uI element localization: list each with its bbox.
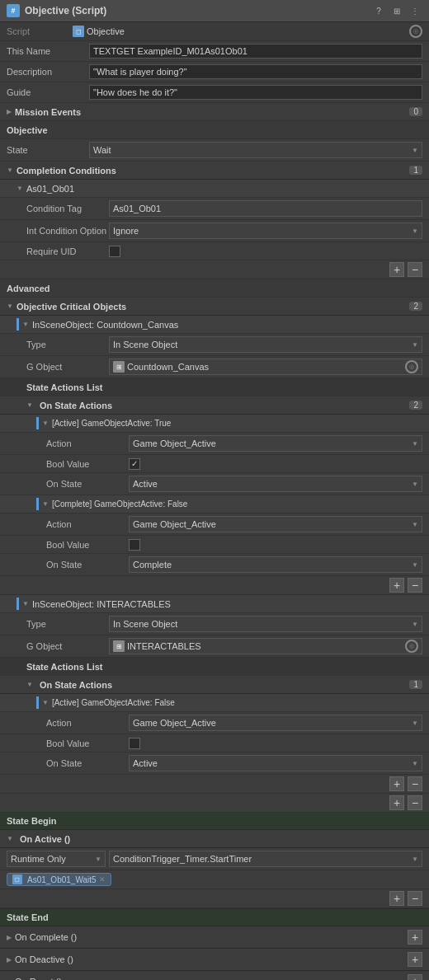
critical-objects-toggle[interactable]: ▼ (7, 302, 13, 310)
inscene1-type-label: Type (26, 340, 109, 349)
completion-item-label: As01_Ob01 (26, 184, 74, 194)
inscene2-gobject-field[interactable]: ⊞ INTERACTABLES ◎ (109, 638, 422, 654)
on-reset-add-button[interactable]: + (408, 974, 422, 980)
runtime-row: Runtime Only ▼ ConditionTrigger_Timer.St… (0, 848, 429, 870)
inscene2-state-actions-list: State Actions List (0, 658, 429, 676)
int-condition-dropdown[interactable]: Ignore ▼ (109, 223, 422, 239)
menu-button[interactable]: ⋮ (408, 3, 422, 18)
inscene2-gobject-target[interactable]: ◎ (405, 640, 418, 653)
inscene1-toggle[interactable]: ▼ (22, 321, 29, 328)
inscene1-action2-onstate-label: On State (46, 560, 129, 570)
completion-add-button[interactable]: + (389, 262, 404, 277)
tag-pill[interactable]: ◻ As01_Ob01_Wait5 ✕ (7, 873, 111, 886)
int-condition-row: Int Condition Option Ignore ▼ (0, 220, 429, 242)
on-active-toggle[interactable]: ▼ (7, 835, 13, 842)
script-target-icon[interactable]: ◎ (409, 25, 422, 38)
layout-button[interactable]: ⊞ (389, 3, 404, 18)
on-deactive-add-button[interactable]: + (408, 952, 422, 967)
on-deactive-row[interactable]: ▶ On Deactive () + (0, 949, 429, 971)
on-deactive-label: On Deactive () (15, 954, 73, 964)
completion-label: Completion Conditions (16, 166, 116, 176)
on-reset-row[interactable]: ▶ On Reset () + (0, 971, 429, 980)
critical-objects-label: Objective Critical Objects (16, 302, 126, 312)
window-title: Objective (Script) (25, 5, 366, 16)
inscene2-actions-add-remove: + − (0, 775, 429, 794)
inscene2-action1-onstate-dropdown[interactable]: Active ▼ (129, 755, 422, 771)
on-reset-label: On Reset () (15, 977, 62, 980)
inscene1-action2-action-dropdown[interactable]: Game Object_Active ▼ (129, 516, 422, 532)
inscene1-action1-bool-label: Bool Value (46, 459, 129, 469)
inscene1-action1-onstate-dropdown[interactable]: Active ▼ (129, 476, 422, 492)
inscene2-gobject-label: G Object (26, 641, 109, 651)
condition-trigger-dropdown[interactable]: ConditionTrigger_Timer.StartTimer ▼ (109, 851, 422, 867)
state-begin-header: State Begin (0, 813, 429, 830)
inscene1-gobject-field[interactable]: ⊞ Countdown_Canvas ◎ (109, 359, 422, 375)
require-uid-label: Require UID (26, 246, 109, 256)
help-button[interactable]: ? (371, 3, 386, 18)
inscene2-action1-action-dropdown[interactable]: Game Object_Active ▼ (129, 715, 422, 731)
inscene1-action2-action-row: Action Game Object_Active ▼ (0, 513, 429, 536)
inscene1-remove-button[interactable]: − (408, 578, 422, 593)
on-complete-add-button[interactable]: + (408, 930, 422, 945)
inscene2-action1-bool-checkbox[interactable] (129, 738, 140, 749)
inscene1-action1-bool-row: Bool Value (0, 455, 429, 473)
inscene2-header: ▼ InSceneObject: INTERACTABLES (0, 595, 429, 613)
inscene1-action1-action-label: Action (46, 438, 129, 448)
completion-toggle[interactable]: ▼ (7, 166, 13, 174)
description-input[interactable] (89, 64, 422, 79)
inscene2-toggle[interactable]: ▼ (22, 600, 29, 607)
inscene1-state-actions-list: State Actions List (0, 378, 429, 396)
tag-pill-close[interactable]: ✕ (99, 875, 106, 884)
inscene1-type-dropdown[interactable]: In Scene Object ▼ (109, 336, 422, 353)
runtime-dropdown[interactable]: Runtime Only ▼ (7, 851, 106, 867)
condition-trigger-value: ConditionTrigger_Timer.StartTimer (113, 854, 252, 864)
inscene1-action1-label: [Active] GameObjectActive: True (52, 419, 172, 428)
condition-tag-dropdown[interactable]: As01_Ob01 (109, 200, 422, 217)
guide-label: Guide (7, 87, 89, 97)
inscene1-stripe (16, 318, 19, 331)
inscene2-action1-toggle[interactable]: ▼ (42, 699, 49, 706)
on-active-remove-button[interactable]: − (408, 891, 422, 906)
inscene1-action2-bool-checkbox[interactable] (129, 539, 140, 551)
require-uid-checkbox[interactable] (109, 246, 120, 257)
state-dropdown[interactable]: Wait ▼ (89, 142, 422, 158)
on-active-header: ▼ On Active () (0, 830, 429, 848)
inscene1-action1-toggle[interactable]: ▼ (42, 420, 49, 427)
inscene2-type-dropdown[interactable]: In Scene Object ▼ (109, 616, 422, 632)
inscene1-on-state-actions-header: ▼ On State Actions 2 (0, 396, 429, 415)
inscene2-action1-bool-row: Bool Value (0, 734, 429, 753)
inscene1-action2-toggle[interactable]: ▼ (42, 500, 49, 508)
mission-events-row: ▶ Mission Events 0 (0, 103, 429, 121)
inscene1-gobject-target[interactable]: ◎ (405, 360, 418, 373)
completion-item-toggle[interactable]: ▼ (16, 185, 23, 192)
inscene1-gobject-row: G Object ⊞ Countdown_Canvas ◎ (0, 356, 429, 378)
inscene2-action1-header: ▼ [Active] GameObjectActive: False (0, 694, 429, 712)
this-name-input[interactable] (89, 44, 422, 59)
inscene1-action2-onstate-dropdown[interactable]: Complete ▼ (129, 556, 422, 573)
inscene2-label: InSceneObject: INTERACTABLES (32, 599, 171, 609)
critical-objects-add-button[interactable]: + (389, 795, 404, 810)
critical-objects-remove-button[interactable]: − (408, 795, 422, 810)
inscene1-action2-onstate-row: On State Complete ▼ (0, 554, 429, 576)
inscene1-action1-action-dropdown[interactable]: Game Object_Active ▼ (129, 435, 422, 452)
on-deactive-toggle[interactable]: ▶ (7, 956, 12, 964)
on-active-add-button[interactable]: + (389, 891, 404, 906)
on-complete-row[interactable]: ▶ On Complete () + (0, 926, 429, 949)
completion-remove-button[interactable]: − (408, 262, 422, 277)
inscene2-on-state-toggle[interactable]: ▼ (26, 681, 33, 688)
inscene2-state-actions-list-label: State Actions List (26, 662, 109, 672)
inscene1-on-state-toggle[interactable]: ▼ (26, 401, 33, 409)
inscene1-action1-bool-checkbox[interactable] (129, 458, 140, 470)
on-complete-toggle[interactable]: ▶ (7, 934, 12, 941)
guide-input[interactable] (89, 85, 422, 100)
script-obj-icon: ◻ (73, 26, 84, 37)
inscene1-add-button[interactable]: + (389, 578, 404, 593)
script-value: Objective (87, 26, 125, 36)
this-name-row: This Name (0, 41, 429, 62)
inscene1-action1-stripe (36, 417, 39, 429)
critical-objects-header: ▼ Objective Critical Objects 2 (0, 298, 429, 316)
int-condition-label: Int Condition Option (26, 226, 109, 236)
inscene2-actions-add-button[interactable]: + (389, 776, 404, 791)
inscene2-actions-remove-button[interactable]: − (408, 776, 422, 791)
mission-events-toggle[interactable]: ▶ (7, 108, 12, 115)
